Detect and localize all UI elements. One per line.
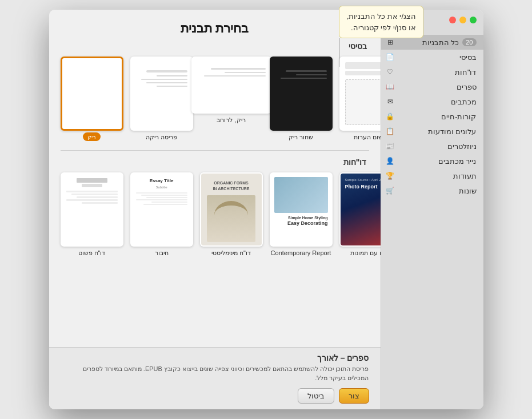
tooltip-line (339, 38, 339, 67)
flyers-icon: 📋 (386, 127, 395, 136)
template-label-minimalist: דו"ח מינימליסטי (211, 249, 251, 257)
main-content: בחירת תבנית בסיסי ריק (49, 10, 381, 409)
template-thumb-free-form[interactable] (130, 57, 193, 131)
tooltip-text: הצג/י את כל התבניות, או סנן/י לפי קטגורי… (339, 6, 423, 38)
sidebar-label-flyers: עלונים ומודעות (398, 127, 477, 136)
reports-icon: ♡ (386, 67, 395, 76)
basic-section: בסיסי ריק (49, 42, 381, 141)
all-count: 20 (462, 38, 476, 46)
template-dark[interactable]: שחור ריק (270, 57, 333, 141)
template-contemporary[interactable]: Simple Home StylingEasy Decorating Conte… (270, 172, 333, 257)
sidebar-item-certs[interactable]: 🏆 תעודות (381, 168, 483, 183)
books-icon: 📖 (386, 82, 395, 91)
reports-section: דו"חות (49, 158, 381, 257)
sidebar-item-misc[interactable]: 🛒 שונות (381, 183, 483, 198)
template-thumb-plain[interactable] (191, 57, 271, 114)
sidebar-label-certs: תעודות (398, 172, 477, 180)
template-chooser-window: ⊞ כל התבניות 20 📄 בסיסי ♡ דו"חות 📖 ספרים… (49, 10, 483, 409)
template-label-dark: שחור ריק (289, 134, 313, 141)
template-label-sketch: רישום הערות (354, 134, 381, 141)
template-label-photo-report: דו"ח עם תמונות (350, 249, 381, 257)
footer: ספרים – לאורך פריסת התוכן יכולה להשתמש ב… (49, 347, 381, 409)
letters-icon: ✉ (386, 97, 395, 106)
reports-section-title: דו"חות (61, 158, 369, 167)
section-divider-1 (61, 150, 369, 151)
tooltip: הצג/י את כל התבניות, או סנן/י לפי קטגורי… (339, 6, 423, 67)
sidebar-item-stationery[interactable]: 👤 נייר מכתבים (381, 154, 483, 168)
basic-templates-grid: ריק פריסה ריקה (61, 57, 369, 141)
template-essay[interactable]: Essay Title Subtitle (130, 172, 193, 257)
reports-templates-grid: דו"ח פשוט Essay Title Subtitle (61, 172, 369, 257)
template-label-free-form: פריסה ריקה (146, 134, 177, 141)
template-label-contemporary: Contemporary Report (271, 249, 331, 256)
footer-section-title: ספרים – לאורך (61, 353, 369, 362)
cancel-button[interactable]: ביטול (298, 388, 334, 404)
template-photo-report[interactable]: Sample Source • April 2024 Photo Report … (339, 172, 381, 257)
stationery-icon: 👤 (386, 156, 395, 166)
template-thumb-essay[interactable]: Essay Title Subtitle (130, 172, 193, 247)
template-sketch[interactable]: רישום הערות (339, 57, 381, 141)
page-title: בחירת תבנית (66, 21, 363, 36)
template-thumb-simple-report[interactable] (61, 172, 123, 247)
template-thumb-contemporary[interactable]: Simple Home StylingEasy Decorating (270, 172, 333, 247)
sidebar-label-newsletters: ניוזלטרים (398, 142, 477, 151)
green-light[interactable] (470, 17, 477, 23)
sidebar-item-books[interactable]: 📖 ספרים (381, 79, 483, 94)
yellow-light[interactable] (459, 17, 466, 23)
sidebar-item-letters[interactable]: ✉ מכתבים (381, 94, 483, 109)
red-light[interactable] (449, 17, 456, 23)
template-label-simple-report: דו"ח פשוט (78, 249, 106, 257)
newsletters-icon: 📰 (386, 142, 395, 151)
template-thumb-minimalist[interactable]: ORGANIC FORMSIN ARCHITECTURE (200, 172, 263, 247)
sidebar-item-flyers[interactable]: 📋 עלונים ומודעות (381, 124, 483, 139)
template-free-form[interactable]: פריסה ריקה (130, 57, 193, 141)
selected-badge: ריק (83, 132, 101, 141)
template-thumb-dark[interactable] (270, 57, 333, 131)
certs-icon: 🏆 (386, 171, 395, 180)
traffic-lights (449, 17, 477, 23)
template-simple-report[interactable]: דו"ח פשוט (61, 172, 123, 257)
template-label-plain: ריק, לרוחב (217, 116, 245, 124)
sidebar-label-books: ספרים (398, 83, 477, 91)
page-header: בחירת תבנית (49, 10, 381, 42)
template-blank-selected[interactable]: ריק (61, 57, 123, 141)
footer-buttons: צור ביטול (61, 388, 369, 404)
basic-section-title: בסיסי (61, 42, 369, 51)
sidebar: ⊞ כל התבניות 20 📄 בסיסי ♡ דו"חות 📖 ספרים… (381, 10, 483, 409)
sidebar-label-letters: מכתבים (398, 98, 477, 106)
resumes-icon: 🔒 (386, 112, 395, 121)
template-minimalist[interactable]: ORGANIC FORMSIN ARCHITECTURE דו"ח מינימל… (200, 172, 263, 257)
footer-description: פריסת התוכן יכולה להשתמש בהתאם למכשירים … (61, 365, 369, 382)
sidebar-item-newsletters[interactable]: 📰 ניוזלטרים (381, 139, 483, 154)
template-thumb-photo-report[interactable]: Sample Source • April 2024 Photo Report (339, 172, 381, 247)
sidebar-label-stationery: נייר מכתבים (398, 157, 477, 166)
sidebar-item-resumes[interactable]: 🔒 קורות-חיים (381, 109, 483, 124)
misc-icon: 🛒 (386, 186, 395, 195)
sidebar-label-resumes: קורות-חיים (398, 112, 477, 121)
template-thumb-blank-selected[interactable] (61, 57, 123, 131)
template-thumb-sketch[interactable] (339, 57, 381, 131)
sidebar-label-reports: דו"חות (398, 68, 477, 76)
template-label-essay: חיבור (155, 249, 169, 257)
sidebar-label-misc: שונות (398, 187, 477, 195)
create-button[interactable]: צור (339, 388, 369, 404)
template-plain[interactable]: ריק, לרוחב (200, 57, 263, 141)
